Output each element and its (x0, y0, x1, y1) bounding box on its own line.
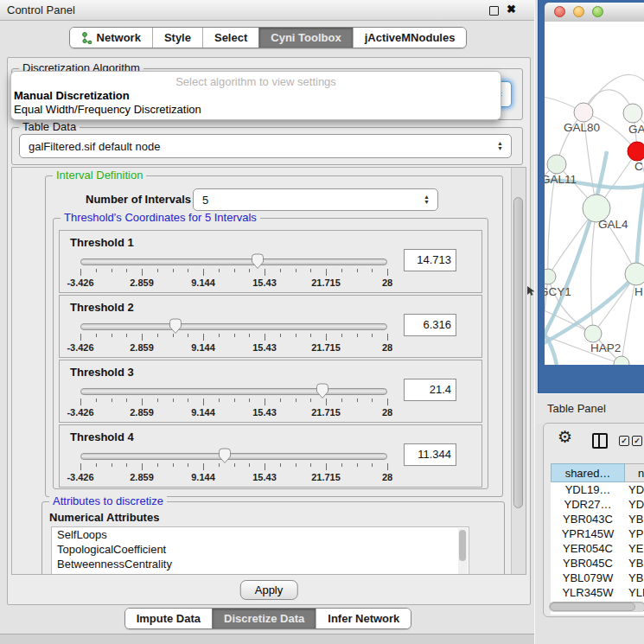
network-node-c[interactable] (628, 142, 644, 161)
split-columns-icon[interactable] (592, 433, 608, 449)
attribute-item-selfloops[interactable]: SelfLoops (52, 527, 469, 542)
slider-thumb[interactable] (217, 447, 233, 464)
table-row[interactable]: YPR145WYPR1 (551, 526, 644, 541)
tab-label: Select (214, 31, 247, 44)
threshold-value-field[interactable]: 14.713 (404, 249, 456, 271)
slider-ticks (80, 269, 387, 277)
apply-button[interactable]: Apply (240, 580, 298, 600)
network-node-gal80[interactable] (574, 103, 593, 122)
tab-style[interactable]: Style (152, 28, 202, 48)
threshold-value-field[interactable]: 6.316 (404, 314, 456, 336)
node-label: C (634, 160, 643, 173)
slider-thumb[interactable] (168, 317, 183, 335)
node-label: GAL80 (564, 121, 600, 134)
table-panel-header: Table Panel (536, 393, 644, 424)
bottom-strip (0, 634, 536, 644)
node-label: HAP2 (590, 341, 621, 354)
bottom-tab-discretize-data[interactable]: Discretize Data (212, 609, 316, 628)
close-icon[interactable]: ✖ (507, 3, 516, 16)
checkbox-icon[interactable]: ✓ (632, 436, 642, 446)
num-intervals-combobox[interactable]: 5 ▲▼ (193, 188, 438, 211)
slider-track[interactable] (80, 258, 387, 265)
control-panel-title: Control Panel (7, 3, 75, 16)
attribute-item-betweennesscentrality[interactable]: BetweennessCentrality (52, 557, 469, 571)
slider-tick-labels: -3.4262.8599.14415.4321.71528 (80, 277, 387, 289)
table-row[interactable]: YER054CYER0 (551, 541, 644, 556)
slider-ticks (80, 463, 387, 471)
threshold-slider[interactable]: -3.4262.8599.14415.4321.71528 (80, 316, 387, 356)
slider-track[interactable] (80, 453, 387, 460)
network-node[interactable] (614, 356, 629, 365)
minimize-traffic-light-icon[interactable] (573, 6, 584, 17)
network-node-h[interactable] (625, 263, 644, 285)
network-node-gal11[interactable] (547, 155, 566, 174)
slider-track[interactable] (80, 388, 387, 395)
bottom-tab-infer-network[interactable]: Infer Network (316, 609, 411, 628)
threshold-card: Threshold 1-3.4262.8599.14415.4321.71528… (59, 230, 482, 293)
num-intervals-value: 5 (202, 194, 208, 207)
network-graph: GAL80GACGAL11GAL4GCY1HHAP2 (545, 22, 644, 365)
node-label: GAL11 (545, 173, 577, 186)
zoom-traffic-light-icon[interactable] (592, 6, 603, 17)
tab-label: jActiveMNodules (365, 31, 456, 44)
threshold-value-field[interactable]: 11.344 (404, 443, 456, 466)
slider-thumb[interactable] (250, 252, 265, 270)
dropdown-placeholder: Select algorithm to view settings (11, 75, 501, 88)
slider-tick-labels: -3.4262.8599.14415.4321.71528 (80, 472, 387, 483)
close-traffic-light-icon[interactable] (554, 6, 565, 17)
slider-tick-labels: -3.4262.8599.14415.4321.71528 (80, 342, 387, 354)
attributes-list-scrollbar[interactable] (458, 528, 468, 575)
tab-label: Cyni Toolbox (271, 31, 341, 44)
table-row[interactable]: YDL19…YDL1 (551, 482, 644, 497)
bottom-tab-impute-data[interactable]: Impute Data (125, 609, 212, 628)
table-data-groupbox: Table Data galFiltered.sif default node … (11, 127, 523, 165)
tab-network[interactable]: Network (70, 28, 152, 48)
table-panel-body: ⚙ ✓ ✓ shared…naYDL19…YDL1YDR27…YDR2YBR04… (543, 423, 644, 617)
table-data-combobox[interactable]: galFiltered.sif default node ▲▼ (19, 134, 512, 158)
threshold-slider[interactable]: -3.4262.8599.14415.4321.71528 (80, 446, 387, 486)
column-header-shared[interactable]: shared… (551, 463, 625, 482)
table-data-value: galFiltered.sif default node (29, 140, 160, 153)
tab-select[interactable]: Select (202, 28, 258, 48)
gear-icon[interactable]: ⚙ (558, 429, 572, 446)
network-node-gcy1[interactable] (545, 269, 556, 284)
attributes-groupbox: Attributes to discretize Numerical Attri… (41, 501, 505, 575)
slider-thumb[interactable] (315, 382, 330, 399)
threshold-slider[interactable]: -3.4262.8599.14415.4321.71528 (80, 252, 387, 291)
table-row[interactable]: YDR27…YDR2 (551, 497, 644, 512)
network-node-ga[interactable] (623, 104, 642, 123)
dropdown-option-manual-discretization[interactable]: Manual Discretization (14, 89, 130, 103)
tab-jactivemnodules[interactable]: jActiveMNodules (353, 28, 467, 48)
table-row[interactable]: YBL079WYBL0 (551, 571, 644, 585)
numerical-attributes-label: Numerical Attributes (49, 511, 159, 524)
float-window-icon[interactable] (489, 6, 499, 16)
mouse-cursor (527, 286, 536, 296)
network-node-hap2[interactable] (584, 325, 602, 342)
threshold-label: Threshold 3 (70, 366, 134, 379)
checkbox-icon[interactable]: ✓ (619, 436, 629, 446)
bottom-tab-bar: Impute DataDiscretize DataInfer Network (124, 608, 412, 629)
table-row[interactable]: YBR043CYBR0 (551, 512, 644, 526)
app-root: Control Panel ✖ NetworkStyleSelectCyni T… (0, 0, 644, 644)
tab-cyni-toolbox[interactable]: Cyni Toolbox (258, 28, 352, 48)
dropdown-option-equal-width-frequency-discretization[interactable]: Equal Width/Frequency Discretization (14, 103, 201, 117)
settings-vertical-scrollbar[interactable] (511, 168, 526, 574)
table-horizontal-scrollbar[interactable] (549, 602, 644, 612)
threshold-card: Threshold 4-3.4262.8599.14415.4321.71528… (59, 424, 482, 488)
node-label: GAL4 (598, 218, 628, 231)
slider-track[interactable] (80, 323, 387, 330)
network-window-titlebar[interactable] (545, 3, 644, 22)
network-icon (81, 32, 92, 44)
table-row[interactable]: YLR345WYLR3 (551, 585, 644, 600)
threshold-slider[interactable]: -3.4262.8599.14415.4321.71528 (80, 381, 387, 421)
attribute-item-topologicalcoefficient[interactable]: TopologicalCoefficient (52, 542, 469, 557)
threshold-label: Threshold 1 (70, 236, 134, 249)
interval-definition-groupbox: Interval Definition Number of Intervals … (45, 175, 503, 497)
network-canvas[interactable]: GAL80GACGAL11GAL4GCY1HHAP2 (545, 22, 644, 365)
column-header-name[interactable]: na (625, 463, 644, 482)
table-row[interactable]: YBR045CYBR0 (551, 556, 644, 571)
threshold-value-field[interactable]: 21.4 (404, 379, 456, 401)
node-label: GCY1 (545, 285, 571, 298)
numerical-attributes-list[interactable]: SelfLoopsTopologicalCoefficientBetweenne… (51, 526, 469, 575)
top-tab-bar: NetworkStyleSelectCyni ToolboxjActiveMNo… (69, 27, 468, 48)
